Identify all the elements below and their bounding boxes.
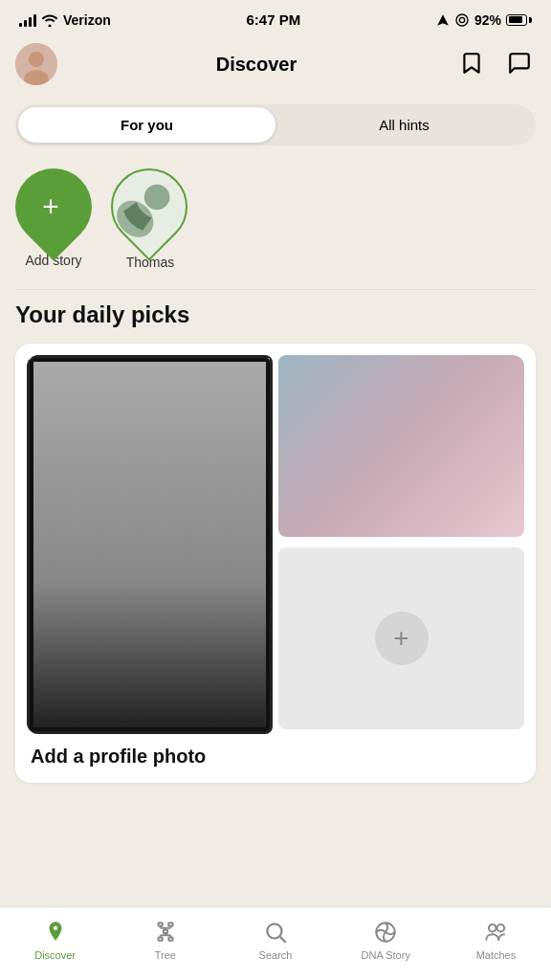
tree-nav-label: Tree: [155, 949, 176, 961]
thomas-avatar: [113, 170, 186, 243]
stories-section: + Add story Thomas: [0, 161, 551, 285]
location-icon: [436, 13, 450, 27]
card-caption: Add a profile photo: [27, 734, 524, 771]
top-right-photo: [278, 355, 524, 537]
section-divider: [15, 289, 536, 290]
tree-icon: [152, 919, 179, 946]
dna-story-nav-label: DNA Story: [362, 949, 410, 961]
avatar[interactable]: [15, 43, 57, 85]
svg-line-23: [280, 937, 286, 943]
svg-point-7: [53, 926, 56, 930]
wifi-icon: [41, 13, 58, 27]
header-icons: [455, 47, 536, 82]
photo-grid: +: [27, 355, 524, 734]
nav-search[interactable]: Search: [220, 915, 330, 965]
add-story-plus-icon: +: [42, 190, 59, 223]
nav-tree[interactable]: Tree: [110, 915, 220, 965]
matches-nav-label: Matches: [476, 949, 517, 961]
dna-story-icon: [372, 919, 399, 946]
svg-rect-8: [158, 923, 162, 925]
svg-point-22: [267, 924, 281, 938]
status-time: 6:47 PM: [247, 11, 301, 28]
tab-for-you[interactable]: For you: [18, 107, 276, 143]
header: Discover: [0, 35, 551, 97]
svg-rect-11: [158, 937, 162, 940]
daily-picks-title: Your daily picks: [15, 301, 536, 328]
svg-rect-12: [168, 937, 172, 940]
page-title: Discover: [216, 54, 298, 76]
messages-button[interactable]: [503, 47, 536, 82]
svg-point-26: [497, 924, 505, 932]
thomas-story-item[interactable]: Thomas: [111, 168, 189, 270]
svg-point-1: [459, 17, 464, 22]
matches-icon: [482, 919, 509, 946]
svg-point-25: [489, 924, 496, 932]
discover-icon: [42, 919, 69, 946]
bookmark-button[interactable]: [455, 47, 488, 82]
bottom-right-add: +: [278, 547, 524, 729]
thomas-bubble-shape: [95, 152, 203, 260]
svg-point-0: [456, 14, 468, 26]
status-carrier: Verizon: [19, 12, 111, 28]
discover-nav-label: Discover: [34, 949, 76, 961]
tab-all-hints[interactable]: All hints: [276, 107, 533, 143]
nav-dna-story[interactable]: DNA Story: [331, 915, 441, 965]
top-right-photo-image: [278, 355, 524, 537]
main-photo-image: [27, 355, 273, 734]
battery-icon: [506, 14, 532, 26]
avatar-image: [15, 43, 57, 85]
svg-point-3: [29, 52, 44, 67]
photo-card: + Add a profile photo: [15, 344, 536, 783]
thomas-story-bubble: [111, 168, 189, 247]
nav-discover[interactable]: Discover: [0, 915, 110, 965]
daily-picks-section: Your daily picks + Add a profile photo: [0, 294, 551, 810]
add-story-item[interactable]: + Add story: [15, 168, 92, 270]
add-photo-button[interactable]: +: [375, 612, 429, 665]
tab-switcher: For you All hints: [15, 104, 536, 145]
search-icon: [262, 919, 289, 946]
add-story-bubble: +: [0, 152, 108, 260]
status-right: 92%: [436, 12, 532, 28]
main-photo: [27, 355, 273, 734]
svg-rect-9: [168, 923, 172, 925]
nav-matches[interactable]: Matches: [441, 915, 551, 965]
search-nav-label: Search: [259, 949, 293, 961]
svg-rect-10: [164, 930, 167, 933]
tracking-icon: [454, 12, 470, 28]
signal-bars: [19, 13, 36, 27]
status-bar: Verizon 6:47 PM 92%: [0, 0, 551, 35]
bottom-nav: Discover Tree: [0, 906, 551, 980]
